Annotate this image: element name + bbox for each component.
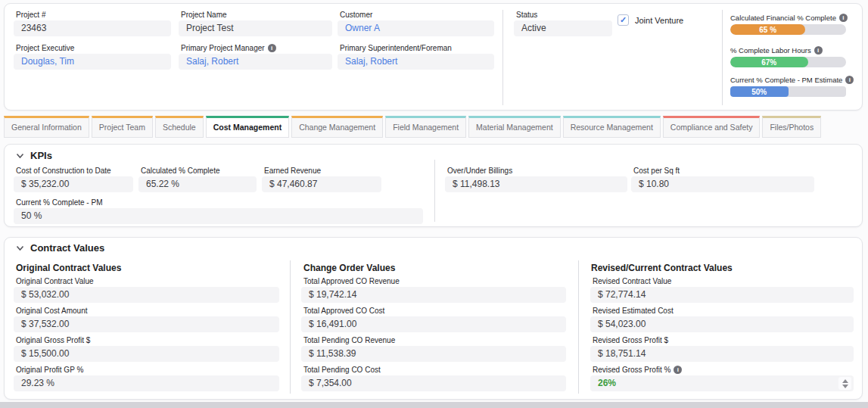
revised-contract-value-input[interactable]: $ 72,774.14: [590, 287, 854, 303]
earned-revenue-label: Earned Revenue: [264, 167, 381, 175]
current-pct-pm-estimate-label: Current % Complete - PM Estimate: [730, 76, 842, 84]
total-approved-co-cost-input[interactable]: $ 16,491.00: [301, 316, 566, 332]
tab-change-management[interactable]: Change Management: [291, 116, 383, 138]
horizontal-scrollbar[interactable]: [0, 402, 868, 408]
customer-field: Customer Owner A: [338, 11, 494, 36]
original-cost-amount-label: Original Cost Amount: [16, 307, 279, 315]
over-under-billings-field: Over/Under Billings $ 11,498.13: [445, 167, 627, 192]
tab-compliance-and-safety[interactable]: Compliance and Safety: [663, 116, 761, 138]
stepper-up-icon[interactable]: [842, 379, 848, 383]
joint-venture-label: Joint Venture: [635, 16, 683, 25]
total-pending-co-revenue-input[interactable]: $ 11,538.39: [301, 346, 566, 362]
kpi-divider: [434, 160, 435, 222]
tab-files-photos[interactable]: Files/Photos: [762, 116, 821, 138]
current-pct-complete-pm-field: Current % Complete - PM 50 %: [14, 198, 423, 224]
contract-values-section-title: Contract Values: [30, 242, 104, 254]
chevron-down-icon[interactable]: [16, 153, 24, 159]
project-name-label: Project Name: [181, 11, 332, 19]
progress-track: 67%: [730, 57, 846, 67]
tab-project-team[interactable]: Project Team: [92, 116, 153, 138]
contract-values-card: Contract Values Original Contract Values…: [4, 237, 863, 400]
original-gross-profit-input[interactable]: $ 15,500.00: [14, 346, 279, 362]
primary-project-manager-link[interactable]: Salaj, Robert: [179, 54, 332, 70]
revised-contract-value-field: Revised Contract Value $ 72,774.14: [590, 277, 854, 303]
revised-gross-profit-pct-label: Revised Gross Profit %: [593, 366, 670, 374]
total-pending-co-cost-field: Total Pending CO Cost $ 7,354.00: [301, 366, 566, 391]
revised-contract-value-label: Revised Contract Value: [593, 277, 854, 285]
revised-gross-profit-pct-input[interactable]: 26%: [590, 375, 854, 391]
original-profit-gp-pct-input[interactable]: 29.23 %: [14, 375, 279, 391]
number-stepper[interactable]: [838, 377, 851, 390]
original-gross-profit-label: Original Gross Profit $: [16, 336, 279, 344]
revised-contract-values-title: Revised/Current Contract Values: [591, 263, 733, 273]
info-icon[interactable]: i: [845, 76, 854, 84]
info-icon[interactable]: i: [839, 14, 848, 22]
tab-general-information[interactable]: General Information: [4, 116, 89, 138]
original-cost-amount-input[interactable]: $ 37,532.00: [14, 316, 279, 332]
revised-gross-profit-field: Revised Gross Profit $ $ 18,751.14: [590, 336, 854, 362]
status-input[interactable]: Active: [514, 20, 612, 36]
cost-per-sqft-field: Cost per Sq ft $ 10.80: [631, 167, 814, 192]
current-pct-pm-estimate-progress: Current % Complete - PM Estimate i 50%: [730, 76, 846, 97]
total-approved-co-revenue-input[interactable]: $ 19,742.14: [301, 287, 566, 303]
tab-material-management[interactable]: Material Management: [468, 116, 561, 138]
info-icon[interactable]: i: [814, 46, 823, 55]
current-pct-complete-pm-label: Current % Complete - PM: [16, 198, 423, 207]
calculated-financial-pct-progress: Calculated Financial % Complete i 65 %: [730, 14, 846, 35]
total-pending-co-cost-input[interactable]: $ 7,354.00: [301, 375, 566, 391]
joint-venture-checkbox-group: ✓ Joint Venture: [618, 14, 683, 26]
primary-superintendent-label: Primary Superintendent/Foreman: [340, 44, 494, 52]
header-divider-2: [722, 10, 723, 105]
original-contract-values-title: Original Contract Values: [16, 263, 121, 273]
tab-schedule[interactable]: Schedule: [155, 116, 204, 138]
revised-estimated-cost-input[interactable]: $ 54,023.00: [590, 316, 854, 332]
customer-label: Customer: [340, 11, 494, 19]
contract-divider-1: [290, 260, 291, 394]
customer-link[interactable]: Owner A: [338, 20, 494, 36]
tab-cost-management[interactable]: Cost Management: [206, 116, 289, 138]
earned-revenue-input[interactable]: $ 47,460.87: [262, 176, 381, 192]
joint-venture-checkbox[interactable]: ✓: [618, 14, 629, 26]
total-approved-co-cost-label: Total Approved CO Cost: [303, 307, 566, 315]
over-under-billings-input[interactable]: $ 11,498.13: [445, 176, 627, 192]
original-contract-value-label: Original Contract Value: [16, 277, 279, 285]
revised-gross-profit-input[interactable]: $ 18,751.14: [590, 346, 854, 362]
total-approved-co-revenue-field: Total Approved CO Revenue $ 19,742.14: [301, 277, 566, 303]
total-pending-co-revenue-label: Total Pending CO Revenue: [303, 336, 566, 344]
project-executive-field: Project Executive Douglas, Tim: [14, 44, 171, 70]
status-field: Status Active: [514, 11, 612, 36]
project-name-input[interactable]: Project Test: [179, 20, 332, 36]
contract-divider-2: [578, 260, 579, 394]
project-number-label: Project #: [16, 11, 171, 19]
cost-per-sqft-input[interactable]: $ 10.80: [631, 176, 814, 192]
primary-superintendent-link[interactable]: Salaj, Robert: [338, 54, 494, 70]
header-divider-1: [502, 10, 503, 105]
tab-resource-management[interactable]: Resource Management: [563, 116, 661, 138]
project-number-field: Project # 23463: [14, 11, 171, 36]
tab-field-management[interactable]: Field Management: [385, 116, 466, 138]
cost-of-construction-input[interactable]: $ 35,232.00: [14, 176, 133, 192]
current-pct-complete-pm-input[interactable]: 50 %: [14, 208, 423, 224]
labor-hours-pct-label: % Complete Labor Hours: [730, 47, 811, 55]
revised-gross-profit-pct-value: 26%: [598, 378, 616, 388]
progress-fill: 50%: [730, 86, 789, 97]
primary-superintendent-field: Primary Superintendent/Foreman Salaj, Ro…: [338, 44, 494, 70]
chevron-down-icon[interactable]: [16, 245, 24, 251]
total-approved-co-cost-field: Total Approved CO Cost $ 16,491.00: [301, 307, 566, 332]
project-executive-label: Project Executive: [16, 44, 171, 52]
total-approved-co-revenue-label: Total Approved CO Revenue: [303, 277, 566, 285]
info-icon[interactable]: i: [674, 366, 682, 374]
progress-track: 65 %: [730, 24, 846, 35]
progress-track: 50%: [730, 86, 846, 97]
project-number-input[interactable]: 23463: [14, 20, 171, 36]
project-executive-link[interactable]: Douglas, Tim: [14, 54, 171, 70]
cost-of-construction-label: Cost of Construction to Date: [16, 167, 133, 175]
original-profit-gp-pct-field: Original Profit GP % 29.23 %: [14, 366, 279, 391]
original-gross-profit-field: Original Gross Profit $ $ 15,500.00: [14, 336, 279, 362]
status-label: Status: [516, 11, 612, 19]
original-contract-value-input[interactable]: $ 53,032.00: [14, 287, 279, 303]
calculated-pct-complete-input[interactable]: 65.22 %: [138, 176, 257, 192]
original-profit-gp-pct-label: Original Profit GP %: [16, 366, 279, 374]
info-icon[interactable]: i: [268, 44, 276, 52]
stepper-down-icon[interactable]: [842, 385, 848, 388]
